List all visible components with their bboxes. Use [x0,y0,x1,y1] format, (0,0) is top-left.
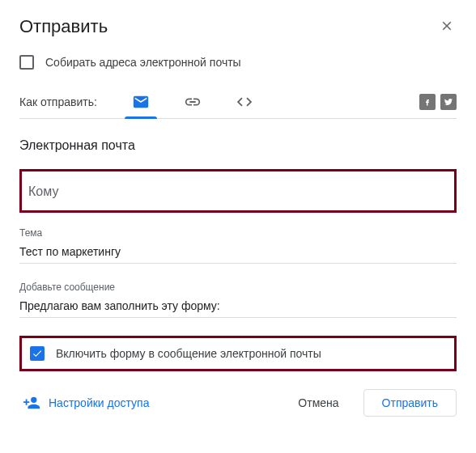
send-via-label: Как отправить: [19,95,97,108]
dialog-header: Отправить [19,16,457,37]
embed-icon [236,93,253,111]
to-input[interactable] [28,180,448,204]
facebook-button[interactable] [419,94,436,110]
person-add-icon [23,394,40,412]
tab-embed[interactable] [225,86,264,118]
access-settings-label: Настройки доступа [49,396,149,409]
to-field-group [19,169,457,213]
subject-label: Тема [19,227,457,239]
tab-email[interactable] [121,86,160,118]
include-form-label: Включить форму в сообщение электронной п… [56,347,321,360]
collect-emails-row: Собирать адреса электронной почты [19,55,457,70]
facebook-icon [423,97,432,107]
collect-emails-checkbox[interactable] [19,55,34,70]
twitter-icon [444,97,453,107]
collect-emails-label: Собирать адреса электронной почты [45,56,241,69]
close-icon [440,19,454,33]
social-share [419,94,457,110]
dialog-body: Отправить Собирать адреса электронной по… [0,0,476,453]
message-field-group: Добавьте сообщение [19,282,457,318]
cancel-button[interactable]: Отмена [280,390,356,416]
dialog-footer: Настройки доступа Отмена Отправить [19,389,457,417]
send-button[interactable]: Отправить [363,389,457,417]
message-input[interactable] [19,296,457,318]
include-form-row: Включить форму в сообщение электронной п… [19,336,457,371]
message-label: Добавьте сообщение [19,282,457,293]
subject-input[interactable] [19,242,457,264]
send-dialog: Отправить Собирать адреса электронной по… [0,0,476,453]
check-icon [32,348,43,359]
link-icon [184,93,202,111]
section-title-email: Электронная почта [19,138,457,153]
subject-field-group: Тема [19,227,457,264]
tab-link[interactable] [173,86,212,118]
twitter-button[interactable] [440,94,457,110]
mail-icon [132,93,150,111]
include-form-checkbox[interactable] [30,346,45,361]
close-button[interactable] [437,16,457,36]
dialog-title: Отправить [19,16,108,37]
send-method-tabs: Как отправить: [19,86,457,119]
access-settings-link[interactable]: Настройки доступа [19,389,152,417]
